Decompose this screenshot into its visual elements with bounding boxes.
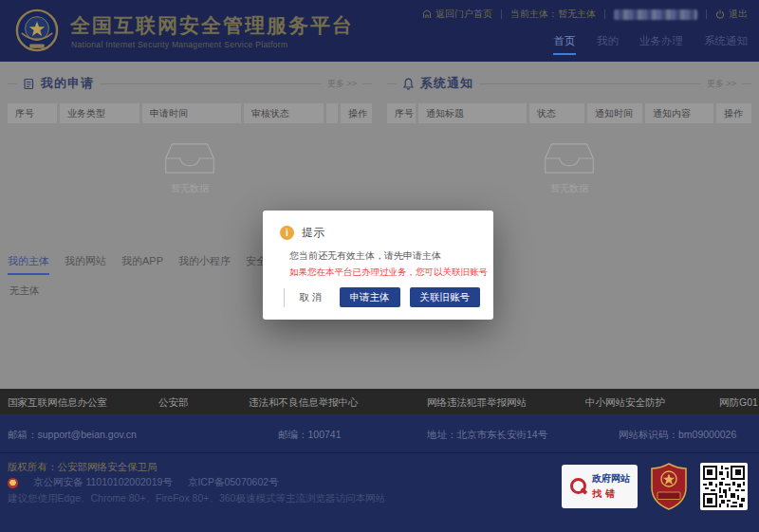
nav-item-business[interactable]: 业务办理 — [639, 34, 683, 55]
no-entity-text: 无主体 — [9, 284, 40, 298]
more-applications-link[interactable]: 更多 >> — [327, 78, 357, 90]
footer-link-mps[interactable]: 公安部 — [158, 396, 189, 410]
modal-title: 提示 — [302, 225, 324, 241]
bell-icon — [402, 78, 415, 90]
modal-warning: 如果您在本平台已办理过业务，您可以关联旧账号 — [263, 263, 493, 279]
applications-empty-state: 暂无数据 — [8, 140, 372, 195]
badge-text: 找错 — [592, 487, 630, 501]
active-tab-underline — [8, 273, 49, 275]
platform-title: 全国互联网安全管理服务平台 — [70, 12, 354, 39]
more-notifications-link[interactable]: 更多 >> — [707, 78, 736, 90]
nav-item-notifications[interactable]: 系统通知 — [704, 34, 748, 55]
icp-number[interactable]: 京ICP备05070602号 — [188, 476, 279, 489]
divider — [479, 83, 701, 84]
footer-link-cac[interactable]: 国家互联网信息办公室 — [8, 396, 107, 410]
column-header: 业务类型 — [60, 103, 139, 123]
empty-text: 暂无数据 — [171, 182, 209, 195]
footer-link-wangfang[interactable]: 网防G01 — [719, 396, 758, 410]
notifications-table-header: 序号 通知标题 状态 通知时间 通知内容 操作 — [387, 103, 751, 123]
column-header: 通知标题 — [418, 103, 527, 123]
police-shield-badge[interactable] — [650, 463, 688, 510]
nav-item-mine[interactable]: 我的 — [597, 34, 619, 55]
footer-link-report-center[interactable]: 违法和不良信息举报中心 — [249, 396, 359, 410]
panel-title: 系统通知 — [420, 75, 473, 92]
column-header-spacer — [326, 103, 338, 123]
panel-title: 我的申请 — [41, 75, 94, 92]
column-header: 操作 — [716, 103, 751, 123]
link-old-account-button[interactable]: 关联旧账号 — [410, 287, 481, 307]
utility-bar: 返回门户首页 当前主体：暂无主体 退出 — [422, 8, 748, 21]
contact-address: 地址：北京市东长安街14号 — [427, 429, 547, 442]
nav-item-home[interactable]: 首页 — [553, 34, 576, 55]
page: 全国互联网安全管理服务平台 National Internet Security… — [0, 0, 759, 532]
qr-code — [700, 463, 748, 510]
column-header: 序号 — [8, 103, 57, 123]
divider — [706, 9, 707, 19]
column-header: 状态 — [529, 103, 584, 123]
divider — [501, 9, 502, 19]
divider — [362, 83, 372, 84]
notifications-empty-state: 暂无数据 — [387, 140, 751, 195]
active-tab-underline — [553, 53, 576, 55]
browser-tip: 建议您使用Edge、Chrome 80+、FireFox 80+、360极速模式… — [8, 492, 385, 505]
main-nav: 首页 我的 业务办理 系统通知 — [553, 34, 748, 55]
cancel-button[interactable]: 取 消 — [284, 288, 330, 307]
contact-bar: 邮箱：support@beian.gov.cn 邮编：100741 地址：北京市… — [0, 414, 759, 453]
column-header: 通知内容 — [645, 103, 713, 123]
tab-my-miniprogram[interactable]: 我的小程序 — [178, 254, 231, 275]
column-header: 通知时间 — [587, 103, 642, 123]
footer-link-site-protection[interactable]: 中小网站安全防护 — [585, 396, 665, 410]
panel-my-applications: 我的申请 更多 >> 序号 业务类型 申请时间 审核状态 操作 暂无数据 — [8, 72, 372, 195]
divider — [387, 83, 397, 84]
empty-inbox-icon — [164, 140, 215, 176]
column-header: 操作 — [341, 103, 372, 123]
badge-text: 政府网站 — [592, 472, 630, 486]
contact-email: 邮箱：support@beian.gov.cn — [8, 429, 137, 442]
asset-tabs: 我的主体 我的网站 我的APP 我的小程序 安全评估 — [8, 254, 287, 275]
panel-system-notifications: 系统通知 更多 >> 序号 通知标题 状态 通知时间 通知内容 操作 暂无数据 — [387, 72, 751, 195]
power-icon — [715, 9, 725, 19]
column-header: 审核状态 — [244, 103, 324, 123]
building-icon — [422, 9, 432, 19]
platform-subtitle: National Internet Security Management Se… — [71, 40, 287, 49]
empty-inbox-icon — [544, 140, 595, 176]
header: 全国互联网安全管理服务平台 National Internet Security… — [0, 0, 759, 62]
prompt-modal: i 提示 您当前还无有效主体，请先申请主体 如果您在本平台已办理过业务，您可以关… — [263, 211, 493, 320]
column-header: 申请时间 — [142, 103, 241, 123]
footer-link-cybercrime[interactable]: 网络违法犯罪举报网站 — [427, 396, 527, 410]
apply-entity-button[interactable]: 申请主体 — [340, 287, 400, 307]
info-icon: i — [280, 226, 294, 240]
site-code: 网站标识码：bm09000026 — [619, 429, 736, 442]
portal-home-link[interactable]: 返回门户首页 — [422, 8, 492, 21]
divider — [742, 83, 751, 84]
column-header: 序号 — [387, 103, 416, 123]
divider — [604, 9, 605, 19]
beian-badge-icon — [8, 478, 18, 488]
footer-links-bar: 国家互联网信息办公室 公安部 违法和不良信息举报中心 网络违法犯罪举报网站 中小… — [0, 389, 759, 414]
copyright-text: 版权所有：公安部网络安全保卫局 — [8, 461, 157, 474]
footer-badges: 政府网站 找错 — [562, 463, 748, 510]
modal-message: 您当前还无有效主体，请先申请主体 — [263, 241, 493, 263]
empty-text: 暂无数据 — [550, 182, 588, 195]
contact-postcode: 邮编：100741 — [278, 429, 342, 442]
divider — [100, 83, 322, 84]
beian-number[interactable]: 京公网安备 11010102002019号 — [33, 476, 173, 489]
applications-table-header: 序号 业务类型 申请时间 审核状态 操作 — [8, 103, 372, 123]
tab-my-entity[interactable]: 我的主体 — [8, 254, 49, 275]
masked-account — [614, 9, 697, 20]
magnifier-icon — [569, 478, 586, 495]
current-entity-label: 当前主体：暂无主体 — [510, 8, 596, 21]
logout-button[interactable]: 退出 — [715, 8, 748, 21]
gov-site-error-badge[interactable]: 政府网站 找错 — [562, 465, 638, 508]
divider — [8, 83, 17, 84]
tab-my-website[interactable]: 我的网站 — [65, 254, 106, 275]
police-emblem-logo — [15, 9, 59, 52]
tab-my-app[interactable]: 我的APP — [121, 254, 163, 275]
footer-bottom: 版权所有：公安部网络安全保卫局 京公网安备 11010102002019号 京I… — [0, 453, 759, 532]
document-icon — [23, 78, 35, 90]
